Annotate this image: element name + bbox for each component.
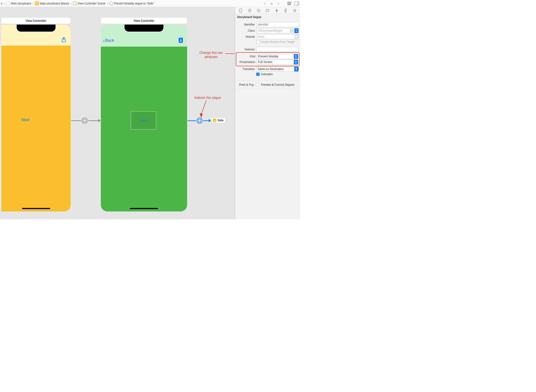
chevron-left-icon: ‹ xyxy=(103,38,105,43)
file-inspector-tab[interactable] xyxy=(238,8,243,13)
peek-pop-row: Peek & Pop Preview & Commit Segues xyxy=(235,82,300,87)
share-icon[interactable] xyxy=(61,37,66,43)
transition-value: Same As Destination xyxy=(258,67,284,71)
home-indicator-icon xyxy=(22,208,50,209)
svg-text:?: ? xyxy=(258,9,259,12)
breadcrumb-scene[interactable]: ▭ View Controller Scene xyxy=(73,2,105,5)
segue-selected[interactable] xyxy=(188,117,211,124)
inherit-module-checkbox[interactable] xyxy=(256,40,259,44)
help-inspector-tab[interactable]: ? xyxy=(256,8,261,13)
home-indicator-icon xyxy=(130,208,158,209)
selector-field[interactable] xyxy=(256,47,299,52)
presentation-select[interactable]: Full Screen xyxy=(257,60,298,65)
inspector-panel: ? Storyboard Segue Identifier Class UISt… xyxy=(235,7,300,219)
inspector-tabs: ? xyxy=(235,7,300,14)
file-icon xyxy=(6,2,10,5)
breadcrumb-segue-label: Present Modally segue to "Side" xyxy=(114,2,154,5)
arrow-right-icon xyxy=(98,119,100,122)
back-label: Back xyxy=(105,38,114,43)
size-inspector-tab[interactable] xyxy=(283,8,288,13)
scene-icon: ▭ xyxy=(73,2,77,5)
animates-checkbox[interactable] xyxy=(256,73,259,76)
breadcrumb-file-label: Main.storyboard xyxy=(11,2,31,5)
breadcrumb-scene-label: View Controller Scene xyxy=(78,2,105,5)
vc2-device[interactable]: ‹ Back Next xyxy=(101,25,187,211)
nav-back-icon[interactable]: ‹ xyxy=(262,1,267,6)
breadcrumb-root[interactable]: s xyxy=(1,2,2,5)
svg-rect-9 xyxy=(266,9,269,12)
class-jump-button[interactable]: �origin xyxy=(290,28,295,33)
panel-toggle-icon[interactable] xyxy=(294,1,299,6)
presentation-label: Presentation xyxy=(237,61,255,64)
nav-forward-icon[interactable]: › xyxy=(276,1,281,6)
inspector-section-header: Storyboard Segue xyxy=(235,14,300,20)
section-divider xyxy=(235,89,300,89)
svg-marker-4 xyxy=(200,113,203,117)
peek-pop-label: Peek & Pop xyxy=(237,83,254,86)
identifier-label: Identifier xyxy=(237,23,255,26)
class-label: Class xyxy=(237,29,255,32)
peek-pop-option-label: Preview & Commit Segues xyxy=(261,83,295,86)
back-button[interactable]: ‹ Back xyxy=(103,38,114,43)
breadcrumb-base[interactable]: Main.storyboard (Base) xyxy=(35,2,69,5)
top-toolbar: s Main.storyboard Main.storyboard (Base)… xyxy=(0,0,300,7)
vc1-title-bar[interactable]: View Controller xyxy=(1,18,71,24)
segue-form: Identifier Class UIStoryboardSegue �orig… xyxy=(235,20,300,79)
svg-rect-5 xyxy=(239,9,242,12)
transition-label: Transition xyxy=(237,67,255,71)
chevron-icon xyxy=(3,2,5,5)
vc1-title-label: View Controller xyxy=(26,19,46,23)
vc1-next-button[interactable]: Next xyxy=(22,118,29,122)
segue-node-icon xyxy=(196,117,203,124)
annotation-change-attrs: Change this two attributes xyxy=(199,51,223,59)
kind-select[interactable]: Present Modally xyxy=(257,54,298,59)
module-select[interactable]: None xyxy=(256,34,299,39)
annotation-arrow-icon xyxy=(225,52,235,55)
kind-value: Present Modally xyxy=(258,55,278,58)
download-icon[interactable] xyxy=(179,38,183,43)
annotation-arrow-icon xyxy=(199,100,209,117)
identity-inspector-tab[interactable] xyxy=(265,8,270,13)
toolbar-right: ‹ ▲ › xyxy=(262,1,299,6)
arrow-right-icon xyxy=(209,119,211,122)
breadcrumb-file[interactable]: Main.storyboard xyxy=(6,2,31,5)
animates-label: Animates xyxy=(261,73,273,76)
history-inspector-tab[interactable] xyxy=(247,8,253,13)
inherit-module-label: Inherit Module From Target xyxy=(261,40,295,44)
segue-vc1-to-vc2[interactable] xyxy=(71,117,100,124)
connections-inspector-tab[interactable] xyxy=(292,8,297,13)
vc2-title-label: View Controller xyxy=(134,19,154,23)
segue-node-icon xyxy=(81,117,88,124)
notch-icon xyxy=(124,25,163,32)
vc2-next-label: Next xyxy=(140,118,147,122)
breadcrumb-segue[interactable]: Present Modally segue to "Side" xyxy=(109,2,154,5)
chevron-icon xyxy=(70,2,72,5)
storyboard-canvas[interactable]: View Controller Next View Controller xyxy=(0,7,235,219)
kind-label: Kind xyxy=(237,55,255,58)
transition-select[interactable]: Same As Destination xyxy=(256,66,299,72)
side-scene-pill[interactable]: ◎ Side xyxy=(211,117,225,123)
class-select[interactable]: UIStoryboardSegue xyxy=(256,28,290,33)
vc2-title-bar[interactable]: View Controller xyxy=(101,18,187,24)
module-label: Module xyxy=(237,35,255,38)
presentation-value: Full Screen xyxy=(258,61,273,64)
chevron-icon xyxy=(32,2,34,5)
section-divider xyxy=(235,80,300,81)
warning-icon[interactable]: ▲ xyxy=(269,1,274,6)
class-dropdown-button[interactable] xyxy=(295,28,299,33)
peek-pop-checkbox[interactable] xyxy=(256,83,259,86)
annotation-select-segue: Selecte this segue xyxy=(194,96,221,100)
storyboard-icon xyxy=(35,2,39,5)
identifier-field[interactable] xyxy=(256,22,299,27)
vc2-container-view[interactable]: Next xyxy=(131,111,156,130)
notch-icon xyxy=(17,25,56,32)
attributes-inspector-tab[interactable] xyxy=(274,8,279,13)
class-value: UIStoryboardSegue xyxy=(258,29,282,32)
side-label: Side xyxy=(218,119,223,122)
breadcrumb: s Main.storyboard Main.storyboard (Base)… xyxy=(0,2,154,5)
vc1-device[interactable]: Next xyxy=(1,25,71,211)
viewcontroller-icon: ◎ xyxy=(213,118,216,122)
chevron-icon xyxy=(106,2,108,5)
outline-icon[interactable] xyxy=(287,1,292,6)
svg-line-3 xyxy=(201,100,206,114)
